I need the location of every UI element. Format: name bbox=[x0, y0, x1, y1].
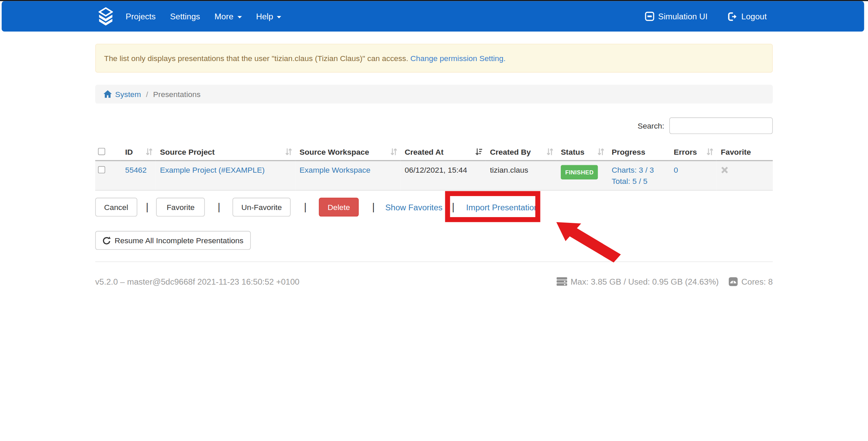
sort-both-icon bbox=[597, 147, 605, 155]
resume-all-button[interactable]: Resume All Incomplete Presentations bbox=[95, 231, 251, 250]
nav-item-help[interactable]: Help bbox=[249, 1, 289, 32]
breadcrumb-label: System bbox=[115, 90, 141, 98]
separator: | bbox=[146, 201, 149, 213]
breadcrumb-current: Presentations bbox=[153, 90, 201, 98]
navbar: Projects Settings More Help Simulation U… bbox=[2, 1, 864, 32]
sort-desc-active-icon bbox=[475, 147, 483, 155]
search-row: Search: bbox=[95, 117, 773, 134]
nav-item-label: More bbox=[214, 12, 233, 21]
row-progress-cell: Charts: 3 / 3 Total: 5 / 5 bbox=[607, 160, 669, 190]
nav-item-label: Logout bbox=[741, 12, 767, 21]
annotation-highlight-rect bbox=[445, 191, 540, 222]
select-all-checkbox[interactable] bbox=[98, 148, 105, 155]
row-source-project-cell: Example Project (#EXAMPLE) bbox=[156, 160, 295, 190]
row-created-at-cell: 06/12/2021, 15:44 bbox=[400, 160, 485, 190]
cores-stat: Cores: 8 bbox=[729, 277, 773, 286]
row-status-cell: FINISHED bbox=[556, 160, 607, 190]
nav-item-projects[interactable]: Projects bbox=[118, 1, 163, 32]
memory-stat: Max: 3.85 GB / Used: 0.95 GB (24.63%) bbox=[556, 277, 718, 286]
header-id[interactable]: ID bbox=[121, 143, 156, 160]
refresh-icon bbox=[102, 236, 111, 245]
presentations-table: ID Source Project Source Workspace Creat… bbox=[95, 143, 773, 190]
nav-item-more[interactable]: More bbox=[207, 1, 249, 32]
annotation-arrow bbox=[554, 220, 626, 265]
resume-all-label: Resume All Incomplete Presentations bbox=[115, 236, 243, 245]
page: Projects Settings More Help Simulation U… bbox=[0, 0, 868, 441]
change-permission-link[interactable]: Change permission Setting. bbox=[410, 54, 506, 62]
row-source-project-link[interactable]: Example Project (#EXAMPLE) bbox=[160, 166, 265, 174]
progress-total-link[interactable]: Total: 5 / 5 bbox=[612, 176, 665, 187]
separator: | bbox=[372, 201, 375, 213]
sort-both-icon bbox=[285, 147, 292, 155]
version-text: v5.2.0 – master@5dc9668f 2021-11-23 16:5… bbox=[95, 277, 299, 286]
show-favorites-link[interactable]: Show Favorites bbox=[385, 203, 442, 212]
nav-item-label: Help bbox=[256, 12, 273, 21]
row-source-workspace-cell: Example Workspace bbox=[295, 160, 400, 190]
table-header-row: ID Source Project Source Workspace Creat… bbox=[95, 143, 773, 160]
status-badge: FINISHED bbox=[561, 165, 598, 179]
row-errors-cell: 0 bbox=[669, 160, 716, 190]
unfavorite-button[interactable]: Un-Favorite bbox=[233, 198, 291, 217]
alert-text: The list only displays presentations tha… bbox=[104, 54, 408, 62]
header-favorite[interactable]: Favorite bbox=[716, 143, 773, 160]
breadcrumb-separator: / bbox=[141, 90, 153, 98]
header-created-at[interactable]: Created At bbox=[400, 143, 485, 160]
memory-icon bbox=[556, 277, 567, 286]
progress-charts-link[interactable]: Charts: 3 / 3 bbox=[612, 165, 665, 176]
sort-both-icon bbox=[546, 147, 553, 155]
row-source-workspace-link[interactable]: Example Workspace bbox=[299, 166, 370, 174]
resume-row: Resume All Incomplete Presentations bbox=[95, 231, 773, 250]
header-source-project[interactable]: Source Project bbox=[156, 143, 295, 160]
layers-icon bbox=[99, 7, 113, 25]
app-logo[interactable] bbox=[99, 7, 113, 25]
home-icon bbox=[103, 90, 112, 98]
row-favorite-cell bbox=[716, 160, 773, 190]
nav-item-settings[interactable]: Settings bbox=[163, 1, 207, 32]
cancel-button[interactable]: Cancel bbox=[95, 198, 137, 217]
gauge-icon bbox=[729, 277, 738, 286]
errors-link[interactable]: 0 bbox=[674, 166, 678, 174]
app-window-icon bbox=[645, 12, 654, 21]
logout-icon bbox=[727, 12, 737, 21]
header-created-by[interactable]: Created By bbox=[486, 143, 556, 160]
nav-item-label: Settings bbox=[170, 12, 200, 21]
search-label: Search: bbox=[637, 121, 664, 130]
header-errors[interactable]: Errors bbox=[669, 143, 716, 160]
actions-row: Cancel | Favorite | Un-Favorite | Delete… bbox=[95, 198, 773, 217]
row-id-cell: 55462 bbox=[121, 160, 156, 190]
favorite-button[interactable]: Favorite bbox=[156, 198, 205, 217]
permission-alert: The list only displays presentations tha… bbox=[95, 44, 773, 73]
row-created-by-cell: tizian.claus bbox=[486, 160, 556, 190]
delete-button[interactable]: Delete bbox=[319, 198, 359, 217]
footer: v5.2.0 – master@5dc9668f 2021-11-23 16:5… bbox=[95, 277, 773, 286]
nav-item-label: Projects bbox=[126, 12, 156, 21]
nav-item-logout[interactable]: Logout bbox=[727, 12, 767, 21]
nav-item-simulation-ui[interactable]: Simulation UI bbox=[645, 12, 708, 21]
table-row: 55462 Example Project (#EXAMPLE) Example… bbox=[95, 160, 773, 190]
row-select-cell bbox=[95, 160, 121, 190]
footer-divider bbox=[95, 262, 773, 262]
row-id-link[interactable]: 55462 bbox=[125, 166, 147, 174]
header-progress[interactable]: Progress bbox=[607, 143, 669, 160]
separator: | bbox=[304, 201, 307, 213]
caret-down-icon bbox=[277, 16, 281, 18]
unfavorite-x-icon[interactable] bbox=[721, 166, 729, 174]
breadcrumb-system-link[interactable]: System bbox=[103, 90, 141, 98]
breadcrumb: System / Presentations bbox=[95, 85, 773, 104]
row-checkbox[interactable] bbox=[98, 166, 105, 173]
sort-both-icon bbox=[390, 147, 397, 155]
sort-both-icon bbox=[706, 147, 713, 155]
nav-item-label: Simulation UI bbox=[658, 12, 708, 21]
header-source-workspace[interactable]: Source Workspace bbox=[295, 143, 400, 160]
header-select-all[interactable] bbox=[95, 143, 121, 160]
header-status[interactable]: Status bbox=[556, 143, 607, 160]
search-input[interactable] bbox=[669, 117, 773, 134]
separator: | bbox=[218, 201, 220, 213]
sort-both-icon bbox=[145, 147, 153, 155]
caret-down-icon bbox=[237, 16, 242, 18]
